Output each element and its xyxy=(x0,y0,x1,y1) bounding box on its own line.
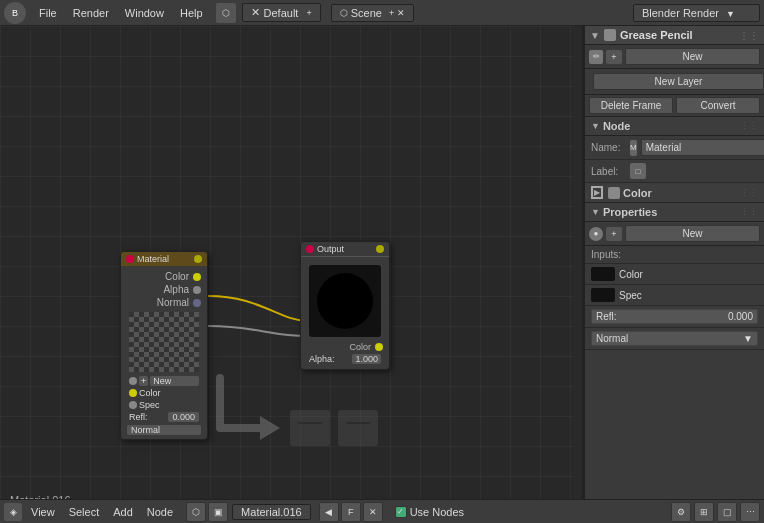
alpha-socket[interactable] xyxy=(193,286,201,294)
bottom-logo[interactable]: ◈ xyxy=(4,503,22,521)
editor-scrollbar[interactable] xyxy=(574,26,582,518)
properties-new-button[interactable]: New xyxy=(625,225,760,242)
node-name-row: Name: M xyxy=(585,136,764,160)
inputs-label: Inputs: xyxy=(585,246,764,264)
spec-dot xyxy=(129,401,137,409)
output-node-title: Output xyxy=(317,244,344,254)
use-nodes-checkbox[interactable]: ✓ xyxy=(395,506,407,518)
spec-swatch[interactable] xyxy=(591,288,615,302)
panel-collapse-icon[interactable]: ▼ xyxy=(590,30,600,41)
grease-pencil-new-row: ✏ + New xyxy=(585,45,764,69)
scene-selector[interactable]: ⬡ Scene + ✕ xyxy=(331,4,414,22)
node-editor[interactable]: Material Color Alpha Normal xyxy=(0,26,584,518)
color-section-header[interactable]: ▶ Color ⋮⋮ xyxy=(585,183,764,203)
node-section-header[interactable]: ▼ Node ⋮⋮ xyxy=(585,117,764,136)
node-section-title: Node xyxy=(603,120,631,132)
bottom-settings-icon[interactable]: ⚙ xyxy=(671,502,691,522)
material-node[interactable]: Material Color Alpha Normal xyxy=(120,251,208,440)
top-menubar: B File Render Window Help ⬡ ✕ Default + … xyxy=(0,0,764,26)
properties-add-btn[interactable]: + xyxy=(606,227,622,241)
menu-window[interactable]: Window xyxy=(118,5,171,21)
grease-pencil-new-button[interactable]: New xyxy=(625,48,760,65)
material-preview xyxy=(129,312,199,372)
name-field[interactable] xyxy=(641,139,764,156)
bottom-screen-icon[interactable]: ▢ xyxy=(717,502,737,522)
output-close-dot[interactable] xyxy=(306,245,314,253)
label-icon: □ xyxy=(630,163,646,179)
color-input-row: Color xyxy=(585,264,764,285)
bottom-menu-node[interactable]: Node xyxy=(142,504,178,520)
render-icon[interactable]: ▣ xyxy=(208,502,228,522)
node-label-row: Label: □ xyxy=(585,160,764,183)
output-preview-circle xyxy=(317,273,373,329)
material-new-button[interactable]: New xyxy=(150,376,199,386)
convert-button[interactable]: Convert xyxy=(676,97,760,114)
output-node[interactable]: Output Color Alpha: 1.000 xyxy=(300,241,390,370)
material-alpha-row: Alpha xyxy=(127,283,201,296)
editor-type-icon[interactable]: ⬡ xyxy=(216,3,236,23)
mat-dropdown[interactable]: Normal xyxy=(127,425,201,435)
label-label: Label: xyxy=(591,166,626,177)
color-section-title: Color xyxy=(623,187,652,199)
refl-label: Refl: xyxy=(596,311,617,322)
material-color-row: Color xyxy=(127,270,201,283)
render-engine-selector[interactable]: Blender Render ▼ xyxy=(633,4,760,22)
color-socket[interactable] xyxy=(193,273,201,281)
output-minimize-dot[interactable] xyxy=(376,245,384,253)
color-section-arrow: ▶ xyxy=(591,186,603,199)
properties-section-header[interactable]: ▼ Properties ⋮⋮ xyxy=(585,203,764,222)
bottom-material-name[interactable]: Material.016 xyxy=(232,504,311,520)
color-swatch[interactable] xyxy=(591,267,615,281)
normal-dropdown[interactable]: Normal ▼ xyxy=(591,331,758,346)
output-color-socket-in[interactable] xyxy=(375,343,383,351)
mini-icon xyxy=(129,377,137,385)
workspace-selector[interactable]: ✕ Default + xyxy=(242,3,321,22)
color-section-options: ⋮⋮ xyxy=(740,188,758,198)
normal-socket[interactable] xyxy=(193,299,201,307)
mat-color-sub: Color xyxy=(127,387,201,399)
menu-render[interactable]: Render xyxy=(66,5,116,21)
menu-file[interactable]: File xyxy=(32,5,64,21)
output-alpha-value[interactable]: 1.000 xyxy=(352,354,381,364)
bottom-menu-select[interactable]: Select xyxy=(64,504,105,520)
frame-close[interactable]: ✕ xyxy=(363,502,383,522)
new-icon-btn[interactable]: + xyxy=(139,376,148,386)
output-preview xyxy=(309,265,381,337)
pencil-icon: ✏ xyxy=(589,50,603,64)
frame-marker: F xyxy=(341,502,361,522)
frame-back[interactable]: ◀ xyxy=(319,502,339,522)
material-node-header: Material xyxy=(121,252,207,266)
refl-slider[interactable]: Refl: 0.000 xyxy=(591,309,758,324)
node-close-dot[interactable] xyxy=(126,255,134,263)
new-layer-button[interactable]: New Layer xyxy=(593,73,764,90)
output-node-header: Output xyxy=(301,242,389,257)
panel-options[interactable]: ⋮⋮ xyxy=(739,30,759,41)
right-panel: ▼ Grease Pencil ⋮⋮ ✏ + New New Layer Del… xyxy=(584,26,764,518)
bottom-grid-icon[interactable]: ⊞ xyxy=(694,502,714,522)
node-minimize-dot[interactable] xyxy=(194,255,202,263)
output-node-body: Color Alpha: 1.000 xyxy=(301,257,389,369)
mat-spec-sub: Spec xyxy=(127,399,201,411)
bottom-editor-icons: ⬡ ▣ xyxy=(186,502,228,522)
bottom-menu-add[interactable]: Add xyxy=(108,504,138,520)
node-editor-icon[interactable]: ⬡ xyxy=(186,502,206,522)
refl-value: 0.000 xyxy=(728,311,753,322)
bottom-extra-icon[interactable]: ⋯ xyxy=(740,502,760,522)
output-alpha-row: Alpha: 1.000 xyxy=(307,353,383,365)
bottom-menu-view[interactable]: View xyxy=(26,504,60,520)
svg-rect-2 xyxy=(338,410,378,446)
use-nodes-area: ✓ Use Nodes xyxy=(395,506,464,518)
menu-help[interactable]: Help xyxy=(173,5,210,21)
use-nodes-label: Use Nodes xyxy=(410,506,464,518)
name-label: Name: xyxy=(591,142,626,153)
properties-section-title: Properties xyxy=(603,206,657,218)
panel-type-icon xyxy=(604,29,616,41)
delete-frame-button[interactable]: Delete Frame xyxy=(589,97,673,114)
material-node-title: Material xyxy=(137,254,169,264)
bottom-right-icons: ⚙ ⊞ ▢ ⋯ xyxy=(671,502,760,522)
node-section-options: ⋮⋮ xyxy=(740,121,758,131)
svg-rect-1 xyxy=(290,410,330,446)
add-icon-btn[interactable]: + xyxy=(606,50,622,64)
properties-triangle: ▼ xyxy=(591,207,600,217)
svg-marker-0 xyxy=(260,416,280,440)
